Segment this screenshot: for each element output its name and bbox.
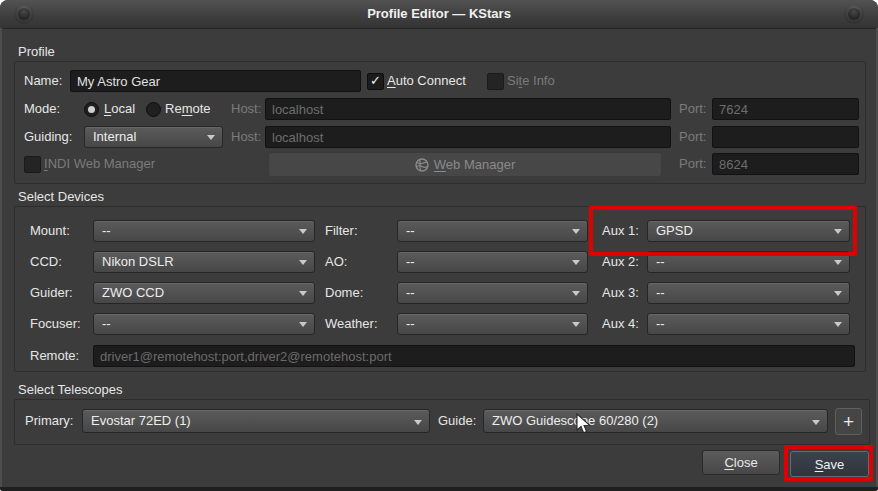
- window-title: Profile Editor — KStars: [0, 0, 878, 28]
- mount-select[interactable]: --: [93, 220, 315, 242]
- primary-scope-select[interactable]: Evostar 72ED (1): [82, 409, 430, 433]
- ccd-label: CCD:: [30, 251, 62, 273]
- weather-select[interactable]: --: [397, 313, 588, 335]
- host-input: [265, 98, 671, 120]
- guider-value: ZWO CCD: [102, 285, 164, 300]
- dome-value: --: [406, 285, 415, 300]
- guide-scope-select[interactable]: ZWO Guidescope 60/280 (2): [483, 409, 828, 433]
- site-info-label: Site Info: [507, 70, 555, 92]
- dome-label: Dome:: [325, 282, 363, 304]
- mode-remote-radio[interactable]: [146, 102, 161, 117]
- save-button[interactable]: Save: [790, 451, 869, 477]
- aux2-select[interactable]: --: [647, 251, 850, 273]
- plus-icon: +: [843, 412, 854, 431]
- indi-web-manager-label: INDI Web Manager: [44, 153, 155, 175]
- focuser-value: --: [102, 316, 111, 331]
- aux1-label: Aux 1:: [602, 220, 639, 242]
- chevron-down-icon: [572, 229, 580, 234]
- chevron-down-icon: [299, 260, 307, 265]
- window-orb-icon: [18, 8, 30, 20]
- guider-label: Guider:: [30, 282, 73, 304]
- window-orb-icon: [848, 8, 860, 20]
- aux3-label: Aux 3:: [602, 282, 639, 304]
- save-button-label: Save: [815, 457, 845, 472]
- ao-label: AO:: [325, 251, 347, 273]
- chevron-down-icon: [414, 420, 422, 425]
- dome-select[interactable]: --: [397, 282, 588, 304]
- aux4-value: --: [656, 316, 665, 331]
- weather-label: Weather:: [325, 313, 378, 335]
- chevron-down-icon: [572, 260, 580, 265]
- filter-select[interactable]: --: [397, 220, 588, 242]
- guiding-host-label: Host:: [231, 126, 261, 148]
- chevron-down-icon: [299, 291, 307, 296]
- filter-value: --: [406, 223, 415, 238]
- weather-value: --: [406, 316, 415, 331]
- guiding-host-input: [265, 126, 671, 148]
- chevron-down-icon: [299, 229, 307, 234]
- window-button-left[interactable]: [14, 4, 34, 24]
- auto-connect-label[interactable]: Auto Connect: [387, 70, 466, 92]
- guider-select[interactable]: ZWO CCD: [93, 282, 315, 304]
- globe-icon: [415, 158, 429, 172]
- ao-value: --: [406, 254, 415, 269]
- ccd-value: Nikon DSLR: [102, 254, 174, 269]
- chevron-down-icon: [207, 135, 215, 140]
- chevron-down-icon: [299, 322, 307, 327]
- window-edge-bottom: [0, 487, 878, 491]
- add-scope-button[interactable]: +: [835, 408, 862, 435]
- guiding-label: Guiding:: [24, 126, 72, 148]
- guiding-select[interactable]: Internal: [84, 126, 223, 148]
- web-port-label: Port:: [679, 153, 706, 175]
- ao-select[interactable]: --: [397, 251, 588, 273]
- web-manager-button: Web Manager: [268, 152, 662, 177]
- close-button-label: Close: [724, 455, 757, 470]
- aux1-select[interactable]: GPSD: [647, 220, 850, 242]
- remote-label: Remote:: [30, 345, 79, 367]
- focuser-label: Focuser:: [30, 313, 81, 335]
- chevron-down-icon: [812, 420, 820, 425]
- guiding-port-input: [712, 126, 859, 148]
- guiding-port-label: Port:: [679, 126, 706, 148]
- aux3-value: --: [656, 285, 665, 300]
- mount-label: Mount:: [30, 220, 70, 242]
- close-button[interactable]: Close: [702, 450, 780, 475]
- site-info-checkbox: [487, 73, 504, 90]
- guide-label: Guide:: [438, 410, 476, 432]
- host-label: Host:: [231, 98, 261, 120]
- primary-label: Primary:: [25, 410, 73, 432]
- aux4-label: Aux 4:: [602, 313, 639, 335]
- port-label: Port:: [679, 98, 706, 120]
- mode-local-radio[interactable]: [84, 102, 99, 117]
- ccd-select[interactable]: Nikon DSLR: [93, 251, 315, 273]
- guide-scope-value: ZWO Guidescope 60/280 (2): [492, 413, 658, 428]
- aux4-select[interactable]: --: [647, 313, 850, 335]
- chevron-down-icon: [834, 291, 842, 296]
- mode-local-label[interactable]: Local: [104, 98, 135, 120]
- chevron-down-icon: [572, 322, 580, 327]
- chevron-down-icon: [572, 291, 580, 296]
- chevron-down-icon: [834, 229, 842, 234]
- mount-value: --: [102, 223, 111, 238]
- aux2-value: --: [656, 254, 665, 269]
- filter-label: Filter:: [325, 220, 358, 242]
- profile-editor-window: Profile Editor — KStars Profile Name: ✓ …: [0, 0, 878, 491]
- indi-web-manager-checkbox: [24, 156, 41, 173]
- mode-remote-label[interactable]: Remote: [165, 98, 211, 120]
- aux2-label: Aux 2:: [602, 251, 639, 273]
- aux1-value: GPSD: [656, 223, 693, 238]
- telescopes-section-label: Select Telescopes: [18, 379, 123, 401]
- profile-section-label: Profile: [18, 41, 55, 63]
- web-manager-label: Web Manager: [434, 157, 515, 172]
- mode-label: Mode:: [24, 98, 60, 120]
- aux3-select[interactable]: --: [647, 282, 850, 304]
- auto-connect-checkbox[interactable]: ✓: [367, 73, 384, 90]
- remote-drivers-input[interactable]: [93, 345, 855, 367]
- chevron-down-icon: [834, 260, 842, 265]
- guiding-value: Internal: [93, 129, 136, 144]
- window-button-right[interactable]: [844, 4, 864, 24]
- name-input[interactable]: [70, 70, 361, 92]
- window-edge-left: [0, 28, 2, 491]
- web-port-input: [712, 153, 859, 175]
- focuser-select[interactable]: --: [93, 313, 315, 335]
